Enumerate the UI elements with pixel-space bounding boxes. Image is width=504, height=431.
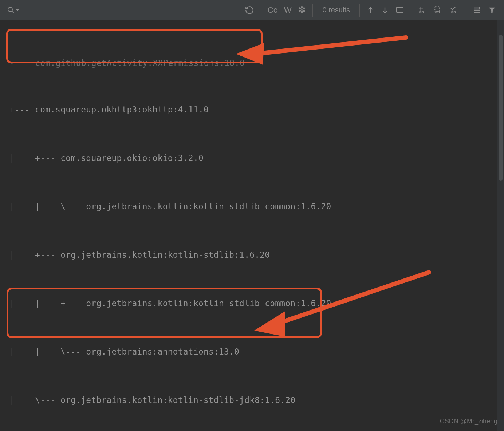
show-in-panel-icon[interactable] <box>395 6 404 15</box>
scrollbar-thumb[interactable] <box>499 35 503 181</box>
output-line: +--- com.squareup.okhttp3:okhttp:4.11.0 <box>9 102 502 118</box>
results-count: 0 results <box>313 6 359 14</box>
filter-icon[interactable] <box>488 6 496 14</box>
history-icon[interactable] <box>245 5 254 15</box>
prev-result-icon[interactable] <box>366 6 374 14</box>
chevron-down-icon <box>15 8 20 12</box>
output-line: | +--- com.squareup.okio:okio:3.2.0 <box>9 150 502 166</box>
select-all-icon[interactable] <box>434 5 443 15</box>
next-result-icon[interactable] <box>381 6 389 14</box>
svg-rect-8 <box>435 7 440 11</box>
svg-line-1 <box>12 11 14 13</box>
search-icon <box>7 6 15 15</box>
svg-rect-4 <box>397 7 403 12</box>
add-selection-icon[interactable] <box>418 5 427 15</box>
search-toolbar: Cc W ✽ 0 results <box>0 0 504 20</box>
select-matches-icon[interactable] <box>450 5 459 15</box>
scrollbar[interactable] <box>497 20 504 431</box>
output-line: | | +--- org.jetbrains.kotlin:kotlin-std… <box>9 295 502 311</box>
truncated-line: · com.github.getActivity:XXPermissions:1… <box>9 55 502 71</box>
regex-toggle[interactable]: ✽ <box>298 4 306 16</box>
output-line: | +--- org.jetbrains.kotlin:kotlin-stdli… <box>9 247 502 263</box>
search-box[interactable] <box>0 0 238 20</box>
output-line: | | \--- org.jetbrains.kotlin:kotlin-std… <box>9 198 502 214</box>
watermark: CSDN @Mr_ziheng <box>440 418 497 425</box>
console-output: · com.github.getActivity:XXPermissions:1… <box>0 20 504 431</box>
svg-point-0 <box>8 7 12 12</box>
settings-icon[interactable] <box>473 6 481 15</box>
output-line: | \--- org.jetbrains.kotlin:kotlin-stdli… <box>9 392 502 408</box>
match-case-toggle[interactable]: Cc <box>268 5 277 15</box>
whole-word-toggle[interactable]: W <box>284 5 292 15</box>
output-line: | | \--- org.jetbrains:annotations:13.0 <box>9 344 502 360</box>
